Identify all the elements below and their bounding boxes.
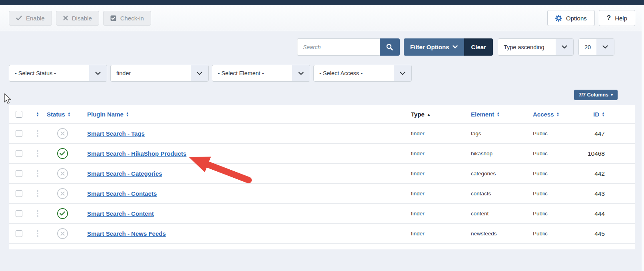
admin-top-bar	[0, 0, 644, 5]
plugin-name-link[interactable]: Smart Search - Contacts	[87, 190, 157, 197]
row-select-checkbox[interactable]	[16, 170, 22, 177]
id-cell: 443	[585, 190, 635, 197]
plugin-name-link[interactable]: Smart Search - Tags	[87, 130, 145, 137]
status-toggle-button[interactable]	[57, 208, 68, 219]
chevron-down-icon	[556, 39, 573, 55]
chevron-down-icon	[89, 65, 107, 81]
plugin-name-link[interactable]: Smart Search - Content	[87, 210, 154, 217]
checkin-button[interactable]: Check-in	[103, 11, 151, 26]
access-filter-value: - Select Access -	[319, 70, 363, 76]
status-toggle-button[interactable]	[57, 148, 68, 159]
help-button[interactable]: ? Help	[599, 10, 635, 26]
row-select-checkbox[interactable]	[16, 230, 22, 237]
list-limit-select[interactable]: 20	[578, 38, 614, 56]
filter-selects-row: - Select Status - finder - Select Elemen…	[9, 65, 635, 82]
table-row: Smart Search - Content finder content Pu…	[9, 204, 635, 224]
id-cell: 10468	[585, 150, 635, 157]
chevron-down-icon	[292, 65, 310, 81]
question-icon: ?	[607, 14, 611, 22]
sort-icon: ▲▼	[602, 112, 605, 117]
element-cell: contacts	[465, 191, 527, 197]
chevron-down-icon	[394, 65, 411, 81]
options-button[interactable]: Options	[547, 10, 595, 26]
status-toggle-button[interactable]	[57, 228, 68, 239]
sort-order-value: Type ascending	[504, 44, 544, 50]
filter-options-button[interactable]: Filter Options	[404, 38, 465, 56]
table-row: Smart Search - Tags finder tags Public 4…	[9, 124, 635, 144]
drag-handle-icon[interactable]	[37, 170, 38, 177]
disable-button[interactable]: Disable	[56, 11, 99, 26]
type-cell: finder	[405, 211, 465, 217]
sort-ascending-icon: ▲	[427, 112, 431, 116]
status-sort-header[interactable]: Status ▲▼	[47, 111, 78, 118]
drag-handle-icon[interactable]	[37, 210, 38, 217]
columns-toggle-button[interactable]: 7/7 Columns ▾	[574, 90, 618, 100]
id-cell: 444	[585, 210, 635, 217]
gear-icon	[555, 15, 562, 22]
status-toggle-button[interactable]	[57, 188, 68, 199]
plugin-name-sort-header[interactable]: Plugin Name ▲▼	[87, 111, 405, 118]
plugin-name-link[interactable]: Smart Search - Categories	[87, 170, 162, 177]
clear-button[interactable]: Clear	[464, 38, 493, 56]
sort-icon: ▲▼	[496, 112, 500, 117]
sort-icon: ▲▼	[36, 112, 39, 117]
drag-handle-icon[interactable]	[37, 190, 38, 197]
chevron-down-icon	[453, 45, 458, 49]
caret-down-icon: ▾	[611, 93, 613, 97]
folder-filter-select[interactable]: finder	[110, 65, 209, 82]
row-select-checkbox[interactable]	[16, 190, 22, 197]
access-filter-select[interactable]: - Select Access -	[313, 65, 412, 82]
ordering-sort-header[interactable]: ▲▼	[36, 112, 39, 117]
type-sort-header[interactable]: Type ▲	[411, 111, 465, 118]
row-select-checkbox[interactable]	[16, 130, 22, 137]
chevron-down-icon	[596, 39, 614, 55]
search-toolbar: Filter Options Clear Type ascending 20	[9, 38, 635, 56]
status-disabled-icon	[60, 231, 65, 236]
row-select-checkbox[interactable]	[16, 150, 22, 157]
x-icon	[63, 16, 68, 20]
table-row: Smart Search - Contacts finder contacts …	[9, 184, 635, 204]
access-cell: Public	[527, 151, 585, 157]
status-toggle-button[interactable]	[57, 168, 68, 179]
id-cell: 447	[585, 130, 635, 137]
id-sort-header[interactable]: ID ▲▼	[585, 111, 635, 118]
sort-order-select[interactable]: Type ascending	[498, 38, 574, 56]
status-toggle-button[interactable]	[57, 128, 68, 139]
plugin-name-link[interactable]: Smart Search - News Feeds	[87, 230, 166, 237]
table-body: Smart Search - Tags finder tags Public 4…	[9, 124, 635, 244]
table-header-row: ▲▼ Status ▲▼ Plugin Name ▲▼ Type ▲ Eleme…	[9, 105, 635, 124]
drag-handle-icon[interactable]	[37, 150, 38, 157]
toolbar: Enable Disable Check-in	[0, 5, 644, 31]
id-cell: 445	[585, 230, 635, 237]
element-filter-value: - Select Element -	[218, 70, 264, 76]
element-cell: hikashop	[465, 151, 527, 157]
type-cell: finder	[405, 130, 465, 137]
access-sort-header[interactable]: Access ▲▼	[533, 111, 585, 118]
type-cell: finder	[405, 151, 465, 157]
plugin-name-link[interactable]: Smart Search - HikaShop Products	[87, 150, 186, 157]
element-cell: content	[465, 211, 527, 217]
search-input[interactable]	[297, 38, 380, 56]
element-filter-select[interactable]: - Select Element -	[212, 65, 310, 82]
access-cell: Public	[527, 231, 585, 237]
status-enabled-icon	[60, 211, 65, 216]
clear-label: Clear	[471, 44, 486, 50]
type-cell: finder	[405, 171, 465, 177]
options-label: Options	[566, 15, 587, 22]
drag-handle-icon[interactable]	[37, 230, 38, 237]
drag-handle-icon[interactable]	[37, 130, 38, 137]
search-submit-button[interactable]	[380, 38, 400, 56]
select-all-checkbox[interactable]	[16, 111, 22, 118]
status-enabled-icon	[60, 151, 65, 156]
element-sort-header[interactable]: Element ▲▼	[471, 111, 527, 118]
disable-label: Disable	[72, 15, 92, 22]
status-filter-select[interactable]: - Select Status -	[9, 65, 107, 82]
row-select-checkbox[interactable]	[16, 210, 22, 217]
access-cell: Public	[527, 130, 585, 137]
sort-icon: ▲▼	[126, 112, 129, 117]
table-row: Smart Search - News Feeds finder newsfee…	[9, 224, 635, 244]
scrollbar-track[interactable]	[642, 5, 644, 271]
enable-button[interactable]: Enable	[9, 11, 52, 26]
status-disabled-icon	[60, 131, 65, 136]
folder-filter-value: finder	[116, 70, 131, 76]
